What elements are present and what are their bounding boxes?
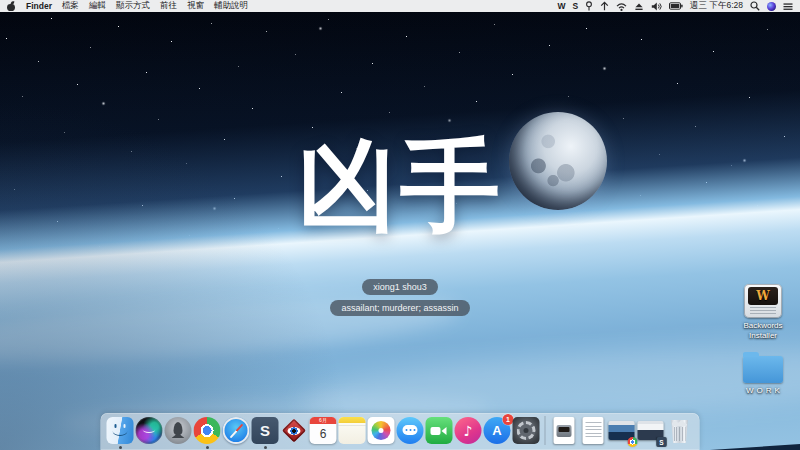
chrome-badge-icon <box>628 437 638 447</box>
dock-sublime-text[interactable]: S <box>252 417 279 444</box>
menu-file[interactable]: 檔案 <box>62 0 79 12</box>
dock-messages[interactable] <box>397 417 424 444</box>
calendar-icon: 6月 6 <box>310 417 337 444</box>
sublime-badge-icon: S <box>657 437 667 447</box>
menu-view[interactable]: 顯示方式 <box>116 0 150 12</box>
volume-icon[interactable] <box>651 2 662 11</box>
disk-image-icon: W <box>744 284 782 318</box>
s-menu-extra[interactable]: S <box>572 1 578 11</box>
notification-center-icon[interactable] <box>783 2 793 11</box>
app-store-letter: A <box>492 423 501 438</box>
desktop-icon-label: WORK <box>734 386 796 396</box>
wifi-icon[interactable] <box>616 2 627 11</box>
dock-itunes[interactable]: ♪ <box>455 417 482 444</box>
dock-safari[interactable] <box>223 417 250 444</box>
menu-clock[interactable]: 週三 下午6:28 <box>690 0 743 12</box>
dock-calendar[interactable]: 6月 6 <box>310 417 337 444</box>
desktop-icon-work-folder[interactable]: WORK <box>731 351 796 396</box>
flashcard-captions: xiong1 shou3 assailant; murderer; assass… <box>0 279 800 316</box>
safari-compass-icon <box>223 417 250 444</box>
itunes-icon: ♪ <box>455 417 482 444</box>
backwords-logo: W <box>756 289 769 303</box>
menu-edit[interactable]: 編輯 <box>89 0 106 12</box>
sublime-letter: S <box>260 422 270 439</box>
running-indicator <box>264 446 267 449</box>
dmg-file-icon <box>551 417 578 444</box>
finder-icon <box>107 417 134 444</box>
music-note-icon: ♪ <box>464 424 473 438</box>
dock-system-preferences[interactable] <box>513 417 540 444</box>
dock-text-document[interactable] <box>580 417 607 444</box>
dock-trash[interactable] <box>667 417 694 444</box>
menu-window[interactable]: 視窗 <box>187 0 204 12</box>
dock-minimized-sublime-window[interactable]: S <box>638 417 665 444</box>
menu-go[interactable]: 前往 <box>160 0 177 12</box>
dock-minimized-chrome-window[interactable] <box>609 417 636 444</box>
dock-eye-gem-app[interactable] <box>281 417 308 444</box>
menu-bar: Finder 檔案 編輯 顯示方式 前往 視窗 輔助說明 W S 週三 下午6:… <box>0 0 800 12</box>
desktop-icon-label: Backwords Installer <box>732 321 794 342</box>
eject-icon[interactable] <box>634 2 644 11</box>
desktop-icon-area: W Backwords Installer WORK <box>731 284 795 396</box>
menu-help[interactable]: 輔助說明 <box>214 0 248 12</box>
photos-flower-icon <box>368 417 395 444</box>
flashcard-word: 凶手 <box>0 136 800 236</box>
dock-siri[interactable] <box>136 417 163 444</box>
dock-divider <box>545 416 546 445</box>
dock-chrome[interactable] <box>194 417 221 444</box>
chrome-icon <box>194 417 221 444</box>
text-document-icon <box>580 417 607 444</box>
pinyin-pill: xiong1 shou3 <box>362 279 438 295</box>
red-gem-eye-icon <box>281 417 308 444</box>
dock-finder[interactable] <box>107 417 134 444</box>
running-indicator <box>206 446 209 449</box>
dock-notes[interactable] <box>339 417 366 444</box>
facetime-camera-icon <box>426 417 453 444</box>
battery-icon[interactable] <box>669 2 683 10</box>
siri-icon[interactable] <box>767 2 776 11</box>
launchpad-rocket-icon <box>165 417 192 444</box>
location-icon[interactable] <box>585 1 593 11</box>
gear-icon <box>513 417 540 444</box>
dock-launchpad[interactable] <box>165 417 192 444</box>
dock: S 6月 6 ♪ A 1 <box>101 413 700 450</box>
calendar-day: 6 <box>310 424 337 444</box>
trash-full-icon <box>670 420 690 443</box>
dock-photos[interactable] <box>368 417 395 444</box>
backwords-menu-extra[interactable]: W <box>557 1 565 11</box>
calendar-month: 6月 <box>310 417 337 424</box>
notes-icon <box>339 417 366 444</box>
siri-app-icon <box>136 417 163 444</box>
dock-app-store[interactable]: A 1 <box>484 417 511 444</box>
messages-bubble-icon <box>397 417 424 444</box>
sublime-icon: S <box>252 417 279 444</box>
app-menu-finder[interactable]: Finder <box>26 1 52 11</box>
desktop-icon-backwords-installer[interactable]: W Backwords Installer <box>732 284 794 342</box>
dock-facetime[interactable] <box>426 417 453 444</box>
apple-menu-icon[interactable] <box>7 1 16 12</box>
running-indicator <box>119 446 122 449</box>
folder-icon <box>743 356 783 383</box>
spotlight-icon[interactable] <box>750 1 760 11</box>
arrow-up-icon[interactable] <box>600 1 609 11</box>
definition-pill: assailant; murderer; assassin <box>330 300 469 316</box>
dock-disk-image-file[interactable] <box>551 417 578 444</box>
desktop: 凶手 xiong1 shou3 assailant; murderer; ass… <box>0 0 800 450</box>
